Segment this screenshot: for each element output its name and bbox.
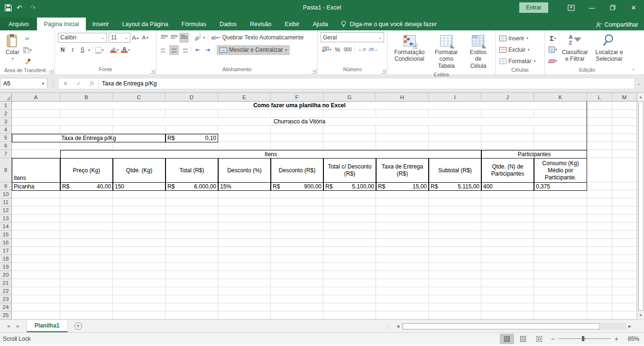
cell-I13[interactable] (429, 215, 481, 223)
row-header-12[interactable]: 12 (0, 206, 12, 215)
cell-B10[interactable] (60, 190, 113, 198)
row-header-13[interactable]: 13 (0, 215, 12, 223)
cell-K4[interactable] (534, 126, 587, 134)
cell-G23[interactable] (323, 295, 376, 303)
cell-G16[interactable] (323, 239, 376, 247)
align-middle-button[interactable] (169, 33, 179, 43)
cell-J13[interactable] (481, 215, 534, 223)
cell-D23[interactable] (166, 295, 218, 303)
cell-C2[interactable] (113, 110, 166, 118)
cell-E9[interactable]: 15% (218, 182, 271, 191)
cell-D20[interactable] (166, 271, 218, 279)
cell-F16[interactable] (271, 239, 323, 247)
cell-A15[interactable] (12, 231, 60, 239)
cell-L2[interactable] (587, 110, 612, 118)
cell-E18[interactable] (218, 255, 271, 263)
cell-E4[interactable] (218, 126, 271, 134)
number-dialog-launcher[interactable]: ↘ (381, 69, 386, 74)
cell-G17[interactable] (323, 247, 376, 255)
cell-E13[interactable] (218, 215, 271, 223)
cell-A19[interactable] (12, 263, 60, 271)
zoom-level[interactable]: 85% (623, 336, 639, 342)
cell-L25[interactable] (587, 311, 612, 319)
cell-I11[interactable] (429, 198, 481, 206)
column-header-M[interactable]: M (612, 93, 637, 102)
cell-B20[interactable] (60, 271, 113, 279)
row-header-19[interactable]: 19 (0, 263, 12, 271)
cell-F13[interactable] (271, 215, 323, 223)
cell-F22[interactable] (271, 287, 323, 295)
cell-I8[interactable]: Subtotal (R$) (429, 158, 481, 183)
cell-L11[interactable] (587, 198, 612, 206)
cell-H23[interactable] (376, 295, 429, 303)
column-header-G[interactable]: G (323, 93, 376, 102)
cell-L23[interactable] (587, 295, 612, 303)
cell-A3[interactable]: Churrasco da Vitória (12, 118, 587, 125)
cell-E23[interactable] (218, 295, 271, 303)
fill-button[interactable]: ↓▾ (548, 45, 558, 55)
cell-D11[interactable] (166, 198, 218, 206)
align-top-button[interactable] (159, 33, 169, 43)
cell-J17[interactable] (481, 247, 534, 255)
cell-C11[interactable] (113, 198, 166, 206)
horizontal-scroll-thumb[interactable] (403, 323, 600, 329)
cell-A18[interactable] (12, 255, 60, 263)
cell-K9[interactable]: 0,375 (534, 182, 587, 191)
cell-C23[interactable] (113, 295, 166, 303)
cell-I6[interactable] (429, 142, 481, 150)
cell-M11[interactable] (612, 198, 637, 206)
cell-J4[interactable] (481, 126, 534, 134)
column-header-J[interactable]: J (481, 93, 534, 102)
cell-M20[interactable] (612, 271, 637, 279)
align-center-button[interactable] (169, 45, 179, 55)
cell-A22[interactable] (12, 287, 60, 295)
insert-dropdown-icon[interactable]: ▾ (526, 36, 528, 40)
row-header-14[interactable]: 14 (0, 223, 12, 231)
font-color-dropdown-icon[interactable]: ▾ (128, 48, 130, 52)
cell-G9[interactable]: R$5.100,00 (323, 182, 376, 191)
row-header-3[interactable]: 3 (0, 118, 12, 126)
formula-input[interactable]: Taxa de Entrega p/Kg (99, 78, 635, 89)
cell-B2[interactable] (60, 110, 113, 118)
sort-filter-button[interactable]: A Z Classificar e Filtrar (559, 32, 591, 64)
cell-D22[interactable] (166, 287, 218, 295)
cell-M8[interactable] (612, 158, 637, 182)
cell-M5[interactable] (612, 134, 637, 142)
cell-D25[interactable] (166, 311, 218, 319)
cell-D18[interactable] (166, 255, 218, 263)
orientation-dropdown-icon[interactable]: ▾ (203, 36, 205, 40)
cell-L3[interactable] (587, 118, 612, 126)
cell-J16[interactable] (481, 239, 534, 247)
font-name-combo[interactable]: Calibri⌄ (58, 33, 107, 43)
cell-B22[interactable] (60, 287, 113, 295)
cell-B4[interactable] (60, 126, 113, 134)
cell-M1[interactable] (612, 102, 637, 110)
cell-styles-button[interactable]: Estilos de Célula (464, 32, 492, 71)
cell-L1[interactable] (587, 102, 612, 110)
cell-L17[interactable] (587, 247, 612, 255)
cell-B17[interactable] (60, 247, 113, 255)
cell-I24[interactable] (429, 303, 481, 311)
close-button[interactable]: ✕ (623, 0, 644, 15)
cell-H11[interactable] (376, 198, 429, 206)
cell-L13[interactable] (587, 215, 612, 223)
cell-D14[interactable] (166, 223, 218, 231)
cell-C12[interactable] (113, 206, 166, 215)
conditional-formatting-button[interactable]: ≠ Formatação Condicional (390, 32, 429, 64)
tab-ajuda[interactable]: Ajuda (306, 18, 334, 30)
row-header-23[interactable]: 23 (0, 295, 12, 303)
sheet-nav-right-icon[interactable]: ▶ (17, 324, 20, 328)
cell-E5[interactable] (218, 134, 271, 142)
borders-dropdown-icon[interactable]: ▾ (102, 48, 104, 52)
cell-I19[interactable] (429, 263, 481, 271)
row-header-2[interactable]: 2 (0, 110, 12, 118)
cell-D24[interactable] (166, 303, 218, 311)
zoom-out-button[interactable]: − (551, 335, 555, 343)
cell-I15[interactable] (429, 231, 481, 239)
cell-K20[interactable] (534, 271, 587, 279)
percent-style-button[interactable]: % (333, 45, 342, 55)
cell-L4[interactable] (587, 126, 612, 134)
wrap-text-button[interactable]: ab↩ Quebrar Texto Automaticamente (210, 33, 304, 43)
cell-A1[interactable]: Como fazer uma planilha no Excel (12, 102, 587, 109)
cell-E16[interactable] (218, 239, 271, 247)
